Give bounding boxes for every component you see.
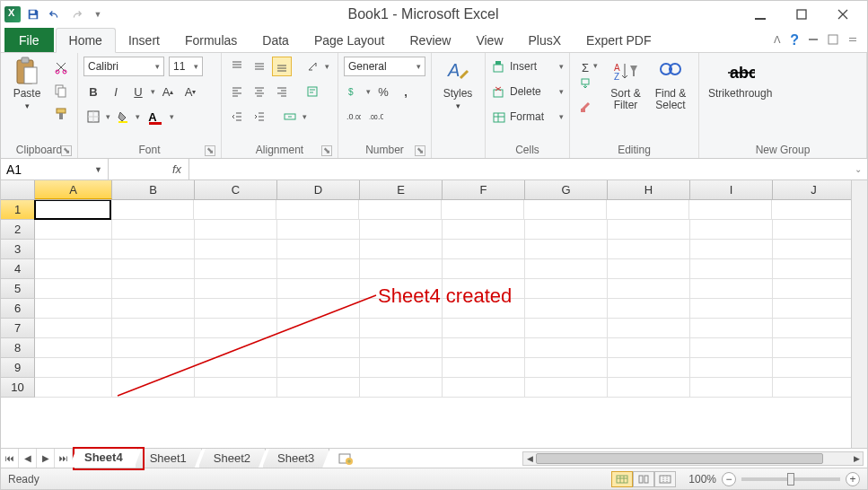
tab-view[interactable]: View	[463, 28, 515, 52]
zoom-slider[interactable]	[741, 477, 840, 481]
cell[interactable]	[690, 338, 773, 358]
cell[interactable]	[35, 220, 112, 240]
percent-format-icon[interactable]: %	[373, 82, 393, 101]
cell[interactable]	[525, 299, 608, 319]
column-header[interactable]: A	[35, 180, 112, 199]
wrap-text-icon[interactable]	[302, 82, 322, 101]
cell[interactable]	[112, 338, 195, 358]
cell[interactable]	[608, 338, 690, 358]
vertical-scrollbar[interactable]	[851, 180, 867, 448]
cell[interactable]	[277, 299, 360, 319]
cell[interactable]	[442, 200, 524, 220]
font-size-combo[interactable]: 11▾	[169, 57, 203, 76]
row-header[interactable]: 8	[1, 338, 35, 358]
align-center-icon[interactable]	[250, 82, 269, 101]
cell[interactable]	[443, 259, 525, 279]
row-header[interactable]: 6	[1, 299, 35, 319]
hscroll-thumb[interactable]	[536, 453, 823, 464]
cell[interactable]	[525, 378, 608, 398]
cell[interactable]	[608, 259, 690, 279]
cell[interactable]	[608, 319, 690, 338]
font-launcher-icon[interactable]: ⬊	[205, 145, 215, 156]
cell[interactable]	[772, 200, 855, 220]
format-cells-icon[interactable]	[491, 107, 507, 127]
cell[interactable]	[690, 240, 773, 259]
cell[interactable]	[195, 259, 277, 279]
accounting-format-icon[interactable]: $	[344, 82, 364, 101]
cell[interactable]	[525, 240, 608, 259]
font-name-combo[interactable]: Calibri▾	[83, 57, 164, 76]
cell[interactable]	[773, 358, 855, 378]
cell[interactable]	[195, 240, 277, 259]
copy-icon[interactable]	[51, 81, 71, 101]
align-middle-icon[interactable]	[250, 57, 269, 76]
comma-format-icon[interactable]: ,	[396, 82, 416, 101]
ribbon-opt2-icon[interactable]	[828, 32, 838, 48]
delete-cells-icon[interactable]	[491, 82, 507, 101]
ribbon-opt1-icon[interactable]	[808, 32, 819, 48]
cell[interactable]	[608, 299, 690, 319]
cell[interactable]	[35, 319, 112, 338]
excel-logo-icon[interactable]	[4, 6, 21, 22]
strikethrough-button[interactable]: abc Strikethrough	[705, 56, 776, 101]
cell[interactable]	[112, 240, 195, 259]
underline-button[interactable]: U	[128, 82, 148, 101]
row-header[interactable]: 1	[1, 200, 35, 220]
format-painter-icon[interactable]	[51, 104, 71, 124]
cell[interactable]	[443, 299, 525, 319]
sort-filter-button[interactable]: AZ Sort & Filter	[605, 56, 646, 113]
cell[interactable]	[773, 279, 855, 299]
hscroll-left-icon[interactable]: ◀	[523, 454, 536, 463]
cell[interactable]	[773, 319, 855, 338]
cell[interactable]	[443, 220, 525, 240]
fill-color-button[interactable]	[113, 107, 133, 127]
formula-bar-expand-icon[interactable]: ⌄	[849, 159, 867, 179]
cell[interactable]	[443, 240, 525, 259]
cell[interactable]	[360, 378, 443, 398]
cell[interactable]	[195, 279, 277, 299]
decrease-indent-icon[interactable]	[227, 107, 247, 127]
cell[interactable]	[525, 338, 608, 358]
name-box[interactable]: A1▼	[1, 159, 109, 179]
cell[interactable]	[195, 338, 277, 358]
cell[interactable]	[443, 358, 525, 378]
cell[interactable]	[773, 299, 855, 319]
column-header[interactable]: D	[277, 180, 360, 199]
cell[interactable]	[277, 378, 360, 398]
undo-icon[interactable]	[46, 5, 64, 23]
cell[interactable]	[443, 319, 525, 338]
cell[interactable]	[277, 220, 360, 240]
column-header[interactable]: B	[112, 180, 195, 199]
cell[interactable]	[690, 378, 773, 398]
cell[interactable]	[112, 220, 195, 240]
cell[interactable]	[525, 259, 608, 279]
cell[interactable]	[194, 200, 276, 220]
tab-insert[interactable]: Insert	[116, 28, 172, 52]
cell[interactable]	[112, 299, 195, 319]
clipboard-launcher-icon[interactable]: ⬊	[61, 145, 72, 156]
minimize-button[interactable]	[740, 1, 781, 28]
cell[interactable]	[525, 279, 608, 299]
cell[interactable]	[112, 358, 195, 378]
increase-indent-icon[interactable]	[250, 107, 269, 127]
zoom-in-button[interactable]: +	[846, 472, 860, 486]
cell[interactable]	[35, 279, 112, 299]
cell[interactable]	[360, 279, 443, 299]
cell[interactable]	[360, 358, 443, 378]
decrease-decimal-icon[interactable]: .00.0	[366, 107, 386, 127]
delete-cells-button[interactable]: Delete	[510, 85, 541, 98]
cell[interactable]	[773, 220, 855, 240]
column-header[interactable]: G	[525, 180, 608, 199]
tab-review[interactable]: Review	[398, 28, 464, 52]
increase-font-icon[interactable]: A▴	[158, 82, 178, 101]
cell[interactable]	[608, 279, 690, 299]
save-icon[interactable]	[24, 5, 42, 23]
cell[interactable]	[360, 319, 443, 338]
cell[interactable]	[608, 378, 690, 398]
cell[interactable]	[690, 279, 773, 299]
cell[interactable]	[773, 378, 855, 398]
cell[interactable]	[608, 240, 690, 259]
cell[interactable]	[112, 319, 195, 338]
tab-formulas[interactable]: Formulas	[172, 28, 250, 52]
column-header[interactable]: F	[443, 180, 525, 199]
